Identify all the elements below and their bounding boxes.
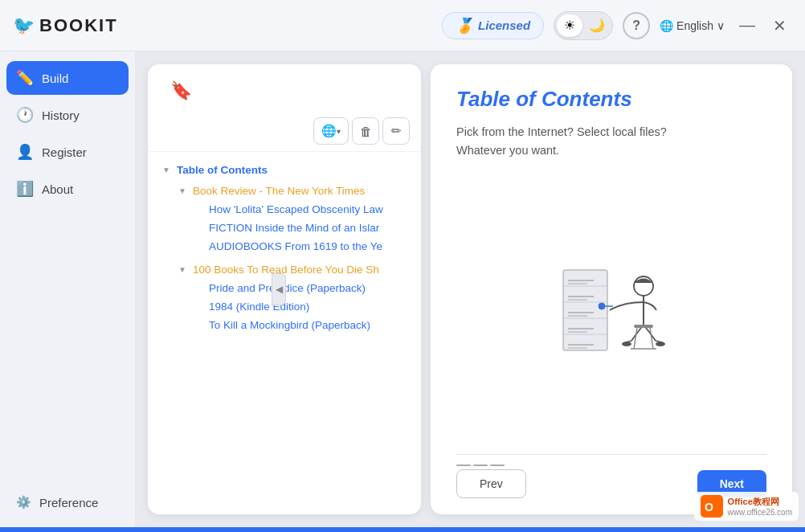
tree-item-2-1-label: Pride and Prejudice (Paperback) (209, 282, 366, 294)
watermark-text: Office教程网 www.office26.com (728, 496, 792, 517)
theme-light-button[interactable]: ☀ (557, 14, 582, 37)
language-button[interactable]: 🌐 English ∨ (660, 19, 725, 32)
svg-rect-19 (634, 325, 653, 328)
menu-line-2 (473, 464, 488, 466)
sidebar-item-history[interactable]: 🕐 History (6, 98, 129, 132)
desc-line1: Pick from the Internet? Select local fil… (456, 125, 667, 138)
sidebar: ✏️ Build 🕐 History 👤 Register ℹ️ About ⚙… (0, 51, 135, 527)
tree-item-2-1[interactable]: Pride and Prejudice (Paperback) (190, 279, 411, 297)
globe-dropdown-button[interactable]: 🌐 ▾ (313, 117, 349, 145)
logo-text: BOOKIT (39, 15, 118, 36)
tree-root-row[interactable]: ▼ Table of Contents (157, 161, 411, 179)
moon-icon: 🌙 (589, 18, 605, 33)
minimize-button[interactable]: — (734, 13, 760, 39)
edit-icon: ✏ (391, 124, 402, 138)
close-icon: ✕ (773, 16, 787, 35)
clock-icon: 🕐 (16, 106, 34, 124)
section1-arrow-icon: ▼ (178, 186, 188, 195)
left-panel-toolbar: 🌐 ▾ 🗑 ✏ (148, 108, 421, 152)
tree-item-2-3-label: To Kill a Mockingbird (Paperback) (209, 319, 370, 331)
illustration (456, 176, 766, 444)
divider (456, 454, 766, 455)
desc-line2: Whatever you want. (456, 144, 559, 157)
titlebar: 🐦 BOOKIT 🏅 Licensed ☀ 🌙 ? 🌐 English ∨ — … (0, 0, 805, 51)
licensed-badge: 🏅 Licensed (442, 12, 544, 39)
content-area: ◀ 🔖 🌐 ▾ 🗑 ✏ (135, 51, 805, 527)
tree-section-2-children: Pride and Prejudice (Paperback) 1984 (Ki… (174, 279, 411, 334)
tree-section-1: ▼ Book Review - The New York Times How '… (174, 179, 411, 258)
window-controls: — ✕ (734, 13, 792, 39)
sidebar-item-register[interactable]: 👤 Register (6, 135, 129, 169)
chevron-left-icon: ◀ (276, 284, 283, 295)
sun-icon: ☀ (564, 18, 575, 33)
sidebar-item-preference[interactable]: ⚙️ Preference (6, 487, 129, 518)
sidebar-item-build[interactable]: ✏️ Build (6, 61, 129, 95)
info-icon: ℹ️ (16, 180, 34, 198)
licensed-label: Licensed (478, 18, 530, 32)
tree-root-item: ▼ Table of Contents ▼ Book Review - The … (157, 158, 411, 339)
tree-item-1-3[interactable]: AUDIOBOOKS From 1619 to the Ye (190, 237, 411, 256)
close-button[interactable]: ✕ (766, 13, 792, 39)
svg-line-21 (650, 328, 653, 349)
delete-button[interactable]: 🗑 (352, 117, 379, 145)
books-illustration (547, 246, 676, 374)
bookmark-icon: 🔖 (159, 74, 203, 108)
medal-icon: 🏅 (456, 17, 473, 35)
lang-chevron-icon: ∨ (717, 19, 725, 32)
tree-item-2-2[interactable]: 1984 (Kindle Edition) (190, 297, 411, 316)
logo-area: 🐦 BOOKIT (13, 15, 432, 36)
tree-section-2-row[interactable]: ▼ 100 Books To Read Before You Die Sh (174, 260, 411, 279)
tree-section-1-children: How 'Lolita' Escaped Obscenity Law FICTI… (174, 200, 411, 256)
minimize-icon: — (739, 16, 755, 35)
preference-label: Preference (39, 496, 98, 509)
section2-arrow-icon: ▼ (178, 265, 188, 274)
menu-line-3 (490, 464, 505, 466)
globe-chevron-icon: ▾ (337, 127, 341, 136)
svg-text:O: O (705, 501, 713, 514)
sidebar-item-build-label: Build (42, 72, 68, 85)
tree-section-1-row[interactable]: ▼ Book Review - The New York Times (174, 182, 411, 200)
office-logo-icon: O (701, 495, 723, 518)
help-button[interactable]: ? (623, 12, 650, 39)
main-layout: ✏️ Build 🕐 History 👤 Register ℹ️ About ⚙… (0, 51, 805, 527)
sidebar-item-about-label: About (42, 182, 73, 196)
svg-point-23 (622, 342, 631, 346)
nav-items: ✏️ Build 🕐 History 👤 Register ℹ️ About (6, 61, 129, 206)
bottom-bar (0, 527, 805, 532)
tree-content: ▼ Table of Contents ▼ Book Review - The … (148, 152, 421, 514)
tree-section-2: ▼ 100 Books To Read Before You Die Sh Pr… (174, 258, 411, 337)
logo-bird-icon: 🐦 (13, 15, 35, 36)
right-panel-title: Table of Contents (456, 87, 766, 112)
lang-label: English (676, 19, 713, 32)
sidebar-item-history-label: History (42, 108, 80, 122)
watermark-label: Office教程网 (728, 496, 792, 508)
tree-item-1-1-label: How 'Lolita' Escaped Obscenity Law (209, 203, 383, 215)
tree-item-2-3[interactable]: To Kill a Mockingbird (Paperback) (190, 316, 411, 334)
theme-toggle: ☀ 🌙 (554, 11, 613, 40)
watermark-site: www.office26.com (728, 508, 792, 517)
tree-item-1-2[interactable]: FICTION Inside the Mind of an Islar (190, 219, 411, 237)
tree-section-1-label: Book Review - The New York Times (193, 185, 365, 197)
globe-icon: 🌐 (660, 19, 673, 32)
right-panel-description: Pick from the Internet? Select local fil… (456, 123, 766, 160)
svg-rect-0 (563, 270, 607, 350)
prev-button[interactable]: Prev (456, 469, 526, 498)
edit-button[interactable]: ✏ (382, 117, 410, 145)
root-arrow-icon: ▼ (162, 166, 172, 174)
tree-item-1-2-label: FICTION Inside the Mind of an Islar (209, 222, 379, 234)
sidebar-item-about[interactable]: ℹ️ About (6, 172, 129, 206)
svg-point-24 (656, 342, 665, 346)
menu-line-1 (456, 464, 471, 466)
tree-root-children: ▼ Book Review - The New York Times How '… (157, 179, 411, 337)
tree-item-1-1[interactable]: How 'Lolita' Escaped Obscenity Law (190, 200, 411, 219)
theme-dark-button[interactable]: 🌙 (584, 14, 610, 37)
right-panel: Table of Contents Pick from the Internet… (431, 64, 792, 514)
user-icon: 👤 (16, 143, 34, 161)
office-watermark: O Office教程网 www.office26.com (694, 492, 799, 521)
trash-icon: 🗑 (360, 125, 372, 138)
collapse-toggle[interactable]: ◀ (272, 273, 286, 305)
pencil-icon: ✏️ (16, 69, 34, 87)
tree-item-1-3-label: AUDIOBOOKS From 1619 to the Ye (209, 240, 382, 252)
tree-section-2-label: 100 Books To Read Before You Die Sh (193, 264, 379, 276)
tree-item-2-2-label: 1984 (Kindle Edition) (209, 301, 309, 313)
